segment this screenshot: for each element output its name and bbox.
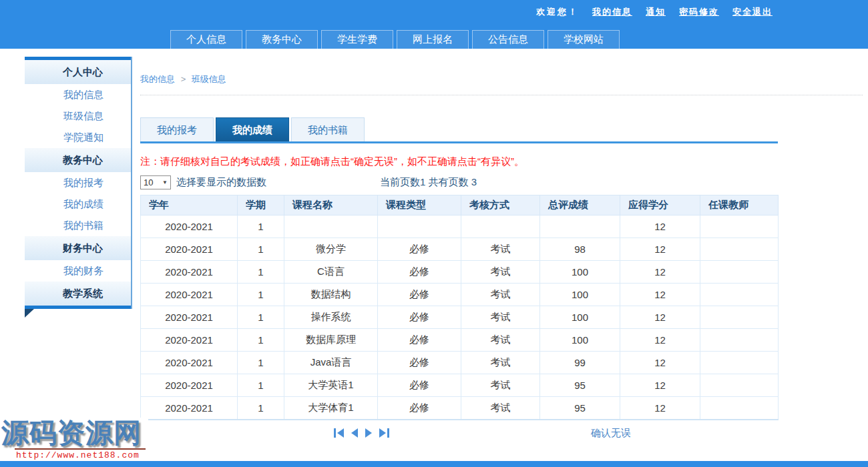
page-size-label: 选择要显示的数据数: [176, 176, 266, 189]
table-controls: 10 ▼ 选择要显示的数据数 当前页数1 共有页数 3: [140, 175, 863, 189]
cell-r5-c1: 2020-2021: [141, 306, 238, 329]
table-row: 2020-20211大学英语1必修考试9512: [141, 374, 779, 397]
sidebar-item-3-1[interactable]: 我的财务: [35, 260, 131, 282]
sidebar-section-1[interactable]: 个人中心: [25, 60, 131, 84]
sidebar-item-1-3[interactable]: 学院通知: [35, 127, 131, 148]
cell-r5-c5: 考试: [461, 306, 540, 329]
cell-r2-c6: 98: [540, 238, 620, 261]
cell-r5-c8: [700, 306, 779, 329]
column-header-1: 学年: [141, 195, 238, 215]
cell-r3-c2: 1: [238, 261, 284, 284]
cell-r9-c2: 1: [238, 397, 284, 420]
column-header-6: 总评成绩: [540, 195, 620, 215]
cell-r7-c6: 99: [540, 352, 620, 374]
cell-r1-c2: 1: [238, 215, 284, 238]
cell-r3-c7: 12: [620, 261, 700, 284]
cell-r1-c8: [700, 215, 779, 238]
pagination-last-button[interactable]: [379, 428, 389, 440]
cell-r4-c2: 1: [238, 284, 284, 306]
nav-item-3[interactable]: 学生学费: [321, 30, 393, 49]
cell-r9-c6: 95: [540, 397, 620, 420]
page-size-select[interactable]: 10 ▼: [140, 175, 171, 189]
cell-r6-c4: 必修: [378, 329, 461, 352]
cell-r9-c1: 2020-2021: [141, 397, 238, 420]
nav-item-6[interactable]: 学校网站: [548, 30, 620, 49]
pagination-first-button[interactable]: [334, 428, 344, 440]
breadcrumb-current[interactable]: 班级信息: [192, 74, 226, 84]
nav-item-2[interactable]: 教务中心: [246, 30, 318, 49]
welcome-text: 欢迎您！: [536, 6, 579, 18]
sidebar-item-1-1[interactable]: 我的信息: [35, 84, 131, 105]
page-info: 当前页数1 共有页数 3: [380, 176, 477, 189]
top-link-logout[interactable]: 安全退出: [732, 6, 773, 18]
nav-item-5[interactable]: 公告信息: [472, 30, 544, 49]
cell-r9-c8: [700, 397, 779, 420]
tab-2[interactable]: 我的成绩: [216, 117, 289, 141]
breadcrumb-separator: >: [181, 74, 186, 84]
breadcrumb-parent[interactable]: 我的信息: [140, 74, 175, 84]
cell-r9-c4: 必修: [378, 397, 461, 420]
confirm-correct-button[interactable]: 确认无误: [591, 427, 631, 440]
grade-check-notice: 注：请仔细核对自己的考试成绩，如正确请点击“确定无误”，如不正确请点击“有异议”…: [140, 155, 863, 168]
sidebar-menu: 个人中心我的信息班级信息学院通知教务中心我的报考我的成绩我的书籍财务中心我的财务…: [25, 57, 132, 309]
nav-item-1[interactable]: 个人信息: [170, 30, 242, 49]
table-row: 2020-20211Java语言必修考试9912: [141, 352, 779, 374]
cell-r4-c4: 必修: [378, 284, 461, 306]
cell-r1-c5: [461, 215, 540, 238]
cell-r1-c1: 2020-2021: [141, 215, 238, 238]
page-size-value: 10: [144, 177, 153, 187]
sidebar-section-3[interactable]: 财务中心: [25, 236, 131, 260]
column-header-2: 学期: [238, 195, 284, 215]
content-tabs: 我的报考我的成绩我的书籍: [140, 117, 863, 141]
top-link-notifications[interactable]: 通知: [646, 6, 666, 18]
column-header-8: 任课教师: [700, 195, 779, 215]
table-header-row: 学年学期课程名称课程类型考核方式总评成绩应得学分任课教师: [141, 195, 779, 215]
table-row: 2020-2021112: [141, 215, 779, 238]
sidebar-item-2-2[interactable]: 我的成绩: [35, 193, 131, 215]
cell-r5-c2: 1: [238, 306, 284, 329]
sidebar-item-2-3[interactable]: 我的书籍: [35, 215, 131, 236]
pagination-next-button[interactable]: [365, 428, 373, 440]
cell-r5-c6: 100: [540, 306, 620, 329]
cell-r6-c2: 1: [238, 329, 284, 352]
pagination-prev-button[interactable]: [350, 428, 359, 440]
cell-r6-c1: 2020-2021: [141, 329, 238, 352]
cell-r7-c7: 12: [620, 352, 700, 374]
pager: [334, 428, 389, 440]
cell-r4-c7: 12: [620, 284, 700, 306]
table-row: 2020-20211C语言必修考试10012: [141, 261, 779, 284]
sidebar-section-2[interactable]: 教务中心: [25, 148, 131, 172]
sidebar-item-2-1[interactable]: 我的报考: [35, 172, 131, 193]
tab-3[interactable]: 我的书籍: [291, 117, 365, 141]
page: 欢迎您！ 我的信息 通知 密码修改 安全退出 个人信息教务中心学生学费网上报名公…: [0, 0, 868, 467]
cell-r3-c3: C语言: [284, 261, 378, 284]
cell-r5-c4: 必修: [378, 306, 461, 329]
cell-r2-c4: 必修: [378, 238, 461, 261]
cell-r7-c3: Java语言: [284, 352, 378, 374]
table-row: 2020-20211数据结构必修考试10012: [141, 284, 779, 306]
top-link-change-password[interactable]: 密码修改: [679, 6, 719, 18]
cell-r4-c1: 2020-2021: [141, 284, 238, 306]
cell-r5-c3: 操作系统: [284, 306, 378, 329]
cell-r3-c8: [700, 261, 779, 284]
sidebar-section-4[interactable]: 教学系统: [25, 282, 131, 306]
top-header-bar: 欢迎您！ 我的信息 通知 密码修改 安全退出 个人信息教务中心学生学费网上报名公…: [0, 0, 868, 49]
tab-1[interactable]: 我的报考: [140, 117, 214, 141]
cell-r9-c7: 12: [620, 397, 700, 420]
sidebar-item-1-2[interactable]: 班级信息: [35, 105, 131, 127]
cell-r8-c1: 2020-2021: [141, 374, 238, 397]
table-row: 2020-20211数据库原理必修考试10012: [141, 329, 779, 352]
main-content: 我的信息 > 班级信息 我的报考我的成绩我的书籍 注：请仔细核对自己的考试成绩，…: [140, 67, 863, 446]
cell-r3-c1: 2020-2021: [141, 261, 238, 284]
cell-r8-c4: 必修: [378, 374, 461, 397]
nav-item-4[interactable]: 网上报名: [397, 30, 469, 49]
main-nav: 个人信息教务中心学生学费网上报名公告信息学校网站: [170, 30, 620, 49]
cell-r8-c3: 大学英语1: [284, 374, 378, 397]
cell-r2-c1: 2020-2021: [141, 238, 238, 261]
top-link-my-info[interactable]: 我的信息: [592, 6, 632, 18]
cell-r1-c4: [378, 215, 461, 238]
watermark-url: http://www.net188.com: [1, 450, 148, 460]
table-row: 2020-20211微分学必修考试9812: [141, 238, 779, 261]
cell-r2-c3: 微分学: [284, 238, 378, 261]
top-links: 欢迎您！ 我的信息 通知 密码修改 安全退出: [536, 6, 773, 18]
